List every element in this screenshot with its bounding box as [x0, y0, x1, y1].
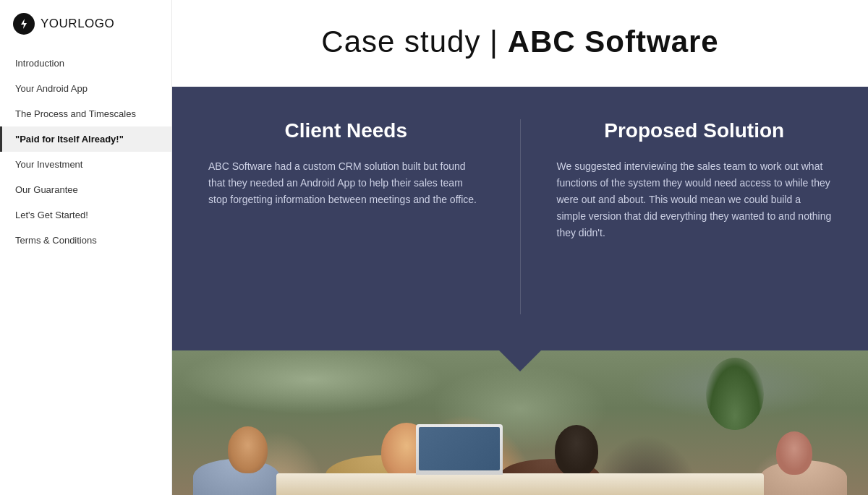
logo-bold: YOUR: [41, 17, 77, 30]
nav-list: Introduction Your Android App The Proces…: [0, 51, 171, 253]
sidebar-item-your-investment[interactable]: Your Investment: [0, 152, 171, 177]
photo-section: [172, 350, 868, 495]
client-needs-title: Client Needs: [208, 119, 484, 142]
sidebar: YOURLOGO Introduction Your Android App T…: [0, 0, 172, 495]
section-pointer: [498, 350, 542, 371]
logo-area: YOURLOGO: [0, 0, 171, 51]
sidebar-item-introduction[interactable]: Introduction: [0, 51, 171, 76]
lightning-bolt-icon: [18, 18, 30, 30]
logo-icon: [13, 13, 35, 35]
page-title: Case study | ABC Software: [321, 25, 718, 59]
page-title-area: Case study | ABC Software: [172, 0, 868, 87]
page-title-bold: ABC Software: [508, 25, 719, 59]
sidebar-item-our-guarantee[interactable]: Our Guarantee: [0, 177, 171, 202]
proposed-solution-col: Proposed Solution We suggested interview…: [557, 119, 833, 314]
page-title-light: Case study |: [321, 25, 507, 59]
sidebar-nav: Introduction Your Android App The Proces…: [0, 51, 171, 253]
laptop-shape: [416, 424, 503, 475]
person-head-1: [228, 426, 268, 473]
person-head-3: [555, 425, 598, 477]
sidebar-item-terms-conditions[interactable]: Terms & Conditions: [0, 228, 171, 253]
proposed-solution-body: We suggested interviewing the sales team…: [557, 158, 833, 241]
dark-section: Client Needs ABC Software had a custom C…: [172, 87, 868, 350]
logo-text: YOURLOGO: [41, 17, 114, 31]
sidebar-item-your-android-app[interactable]: Your Android App: [0, 76, 171, 101]
logo-normal: LOGO: [77, 17, 114, 30]
sidebar-item-lets-get-started[interactable]: Let's Get Started!: [0, 202, 171, 228]
client-needs-body: ABC Software had a custom CRM solution b…: [208, 158, 484, 208]
table-shape: [276, 473, 763, 495]
col-divider: [520, 119, 521, 314]
person-head-4: [776, 431, 812, 475]
sidebar-item-paid-for-itself[interactable]: "Paid for Itself Already!": [0, 126, 171, 152]
background-plant: [706, 358, 764, 430]
svg-marker-0: [21, 19, 27, 29]
client-needs-col: Client Needs ABC Software had a custom C…: [208, 119, 484, 314]
sidebar-item-the-process-and-timescales[interactable]: The Process and Timescales: [0, 101, 171, 126]
laptop-screen: [419, 427, 500, 470]
main-content: Case study | ABC Software Client Needs A…: [172, 0, 868, 495]
proposed-solution-title: Proposed Solution: [557, 119, 833, 142]
